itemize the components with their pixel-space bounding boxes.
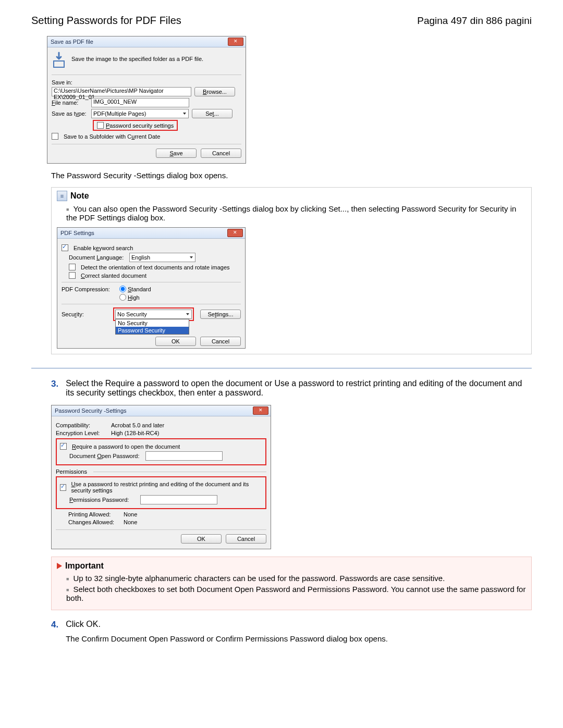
step-number: 3.	[51, 379, 64, 389]
password-security-settings-label: Password security settings	[106, 122, 174, 129]
file-name-field[interactable]: IMG_0001_NEW	[91, 98, 189, 107]
pdf-save-icon	[52, 52, 66, 69]
dialog-description: Save the image to the specified folder a…	[71, 56, 203, 62]
compression-high-label: High	[128, 294, 140, 301]
dd-password-security[interactable]: Password Security	[116, 327, 189, 334]
doc-language-label: Document Language:	[69, 254, 126, 261]
permissions-password-label: Permissions Password:	[69, 497, 137, 503]
note-bullet: You can also open the Password Security …	[66, 204, 526, 222]
security-combo[interactable]: No Security	[115, 310, 192, 319]
compatibility-value: Acrobat 5.0 and later	[111, 422, 164, 428]
security-highlight: No Security No Security Password Securit…	[113, 307, 194, 321]
require-password-label: Require a password to open the document	[72, 443, 180, 450]
important-bullet: Up to 32 single-byte alphanumeric charac…	[66, 574, 526, 583]
note-icon: ≡	[57, 191, 67, 201]
close-icon[interactable]: ✕	[227, 229, 243, 237]
save-in-label: Save in:	[52, 79, 72, 85]
subfolder-checkbox[interactable]	[52, 133, 58, 140]
note-box: ≡ Note You can also open the Password Se…	[51, 187, 532, 354]
ok-button[interactable]: OK	[181, 534, 222, 544]
require-password-checkbox[interactable]	[60, 443, 67, 450]
changes-allowed-value: None	[124, 519, 137, 525]
step-number: 4.	[51, 620, 64, 630]
dialog-title: Password Security -Settings	[55, 408, 127, 414]
step-text: Click OK.	[66, 620, 101, 628]
save-in-field[interactable]: C:\Users\UserName\Pictures\MP Navigator …	[52, 87, 191, 96]
permissions-group-label: Permissions	[56, 468, 87, 475]
encryption-level-label: Encryption Level:	[56, 430, 108, 436]
page-number: Pagina 497 din 886 pagini	[417, 15, 532, 27]
correct-slanted-label: Correct slanted document	[81, 273, 146, 279]
doc-open-password-field[interactable]	[145, 451, 223, 461]
correct-slanted-checkbox[interactable]	[69, 272, 76, 279]
cancel-button[interactable]: Cancel	[226, 534, 266, 544]
save-as-type-label: Save as type:	[52, 110, 88, 117]
cancel-button[interactable]: Cancel	[200, 337, 241, 346]
chevron-down-icon	[182, 111, 187, 116]
browse-button[interactable]: Browse...	[194, 87, 235, 96]
detect-orientation-checkbox[interactable]	[69, 264, 76, 270]
printing-allowed-label: Printing Allowed:	[68, 511, 120, 517]
chevron-down-icon	[185, 312, 190, 317]
subfolder-label: Save to a Subfolder with Current Date	[64, 133, 160, 140]
dialog-title: PDF Settings	[60, 230, 94, 236]
cancel-button[interactable]: Cancel	[201, 149, 241, 158]
pdf-compression-label: PDF Compression:	[62, 286, 116, 292]
save-button[interactable]: Save	[156, 149, 197, 158]
open-password-highlight: Require a password to open the document …	[56, 438, 266, 465]
close-icon[interactable]: ✕	[228, 38, 243, 46]
step-subtext: The Confirm Document Open Password or Co…	[66, 634, 531, 643]
use-restrict-password-checkbox[interactable]	[60, 484, 66, 491]
important-icon	[57, 563, 62, 569]
security-dropdown[interactable]: No Security Password Security	[115, 319, 189, 335]
doc-open-password-label: Document Open Password:	[69, 453, 142, 459]
password-security-settings-checkbox[interactable]	[97, 122, 104, 129]
ok-button[interactable]: OK	[155, 337, 196, 346]
compression-high-radio[interactable]	[119, 294, 126, 301]
printing-allowed-value: None	[124, 511, 137, 517]
compression-standard-radio[interactable]	[119, 286, 126, 292]
important-bullet: Select both checkboxes to set both Docum…	[66, 585, 526, 602]
password-security-settings-dialog: Password Security -Settings ✕ Compatibil…	[51, 405, 271, 549]
doc-language-combo[interactable]: English	[129, 253, 195, 262]
dd-no-security[interactable]: No Security	[116, 319, 189, 327]
note-label: Note	[70, 191, 89, 201]
page-title: Setting Passwords for PDF Files	[31, 15, 181, 27]
dialog-title: Save as PDF file	[51, 39, 93, 45]
changes-allowed-label: Changes Allowed:	[68, 519, 120, 525]
close-icon[interactable]: ✕	[253, 406, 268, 415]
enable-keyword-search-label: Enable keyword search	[74, 245, 133, 251]
chevron-down-icon	[189, 255, 194, 260]
compression-standard-label: Standard	[128, 286, 151, 292]
compatibility-label: Compatibility:	[56, 422, 108, 428]
prose-line: The Password Security -Settings dialog b…	[51, 171, 532, 180]
settings-button[interactable]: Settings...	[200, 310, 241, 319]
permissions-password-field[interactable]	[140, 495, 217, 504]
detect-orientation-label: Detect the orientation of text documents…	[81, 264, 230, 270]
use-restrict-password-label: Use a password to restrict printing and …	[71, 481, 262, 493]
important-box: Important Up to 32 single-byte alphanume…	[51, 557, 532, 610]
security-label: Security:	[62, 311, 110, 317]
pdf-settings-dialog: PDF Settings ✕ Enable keyword search Doc…	[57, 227, 246, 349]
enable-keyword-search-checkbox[interactable]	[62, 244, 68, 251]
step-text: Select the Require a password to open th…	[66, 379, 531, 398]
set-button[interactable]: Set...	[192, 109, 232, 118]
important-label: Important	[65, 561, 104, 571]
encryption-level-value: High (128-bit-RC4)	[111, 430, 159, 436]
file-name-label: File name:	[52, 100, 88, 106]
password-security-settings-highlight: Password security settings	[93, 120, 178, 131]
save-as-type-combo[interactable]: PDF(Multiple Pages)	[91, 109, 189, 118]
save-as-pdf-dialog: Save as PDF file ✕ Save the image to the…	[47, 36, 246, 164]
permissions-password-highlight: Use a password to restrict printing and …	[56, 476, 266, 509]
